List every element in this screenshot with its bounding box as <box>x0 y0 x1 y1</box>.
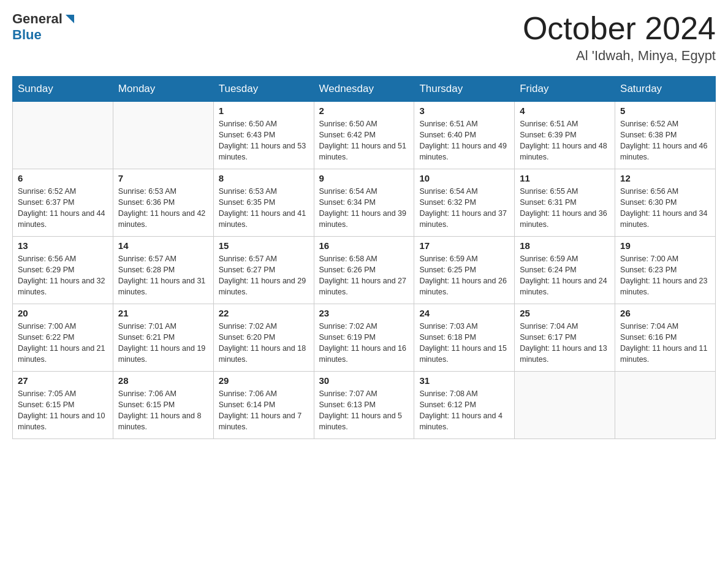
calendar-cell: 2Sunrise: 6:50 AM Sunset: 6:42 PM Daylig… <box>314 102 414 169</box>
calendar-cell <box>13 102 113 169</box>
day-number: 16 <box>319 240 409 251</box>
calendar-cell: 3Sunrise: 6:51 AM Sunset: 6:40 PM Daylig… <box>414 102 515 169</box>
calendar-cell: 16Sunrise: 6:58 AM Sunset: 6:26 PM Dayli… <box>314 237 414 304</box>
day-info: Sunrise: 7:00 AM Sunset: 6:22 PM Dayligh… <box>18 321 108 366</box>
day-number: 14 <box>118 240 208 251</box>
day-number: 3 <box>419 105 509 116</box>
day-info: Sunrise: 6:58 AM Sunset: 6:26 PM Dayligh… <box>319 253 409 298</box>
calendar-cell <box>615 372 716 439</box>
day-info: Sunrise: 6:52 AM Sunset: 6:37 PM Dayligh… <box>18 186 108 231</box>
month-title: October 2024 <box>523 12 716 44</box>
day-info: Sunrise: 6:55 AM Sunset: 6:31 PM Dayligh… <box>520 186 610 231</box>
day-number: 13 <box>18 240 108 251</box>
day-info: Sunrise: 6:56 AM Sunset: 6:30 PM Dayligh… <box>620 186 710 231</box>
day-info: Sunrise: 6:52 AM Sunset: 6:38 PM Dayligh… <box>620 118 710 163</box>
day-info: Sunrise: 6:59 AM Sunset: 6:24 PM Dayligh… <box>520 253 610 298</box>
calendar-cell <box>515 372 615 439</box>
calendar-cell: 7Sunrise: 6:53 AM Sunset: 6:36 PM Daylig… <box>113 169 213 237</box>
day-info: Sunrise: 6:50 AM Sunset: 6:42 PM Dayligh… <box>319 118 409 163</box>
day-number: 9 <box>319 173 409 183</box>
day-info: Sunrise: 6:59 AM Sunset: 6:25 PM Dayligh… <box>419 253 509 298</box>
day-number: 21 <box>118 308 208 318</box>
calendar-cell: 25Sunrise: 7:04 AM Sunset: 6:17 PM Dayli… <box>515 304 615 372</box>
day-info: Sunrise: 7:06 AM Sunset: 6:15 PM Dayligh… <box>118 388 208 433</box>
day-info: Sunrise: 6:50 AM Sunset: 6:43 PM Dayligh… <box>219 118 309 163</box>
day-number: 1 <box>219 105 309 116</box>
calendar-cell: 31Sunrise: 7:08 AM Sunset: 6:12 PM Dayli… <box>414 372 515 439</box>
day-number: 2 <box>319 105 409 116</box>
calendar-header-tuesday: Tuesday <box>213 77 314 102</box>
day-info: Sunrise: 7:05 AM Sunset: 6:15 PM Dayligh… <box>18 388 108 433</box>
logo-general: General <box>12 12 63 26</box>
day-info: Sunrise: 6:54 AM Sunset: 6:32 PM Dayligh… <box>419 186 509 231</box>
day-number: 6 <box>18 173 108 183</box>
day-info: Sunrise: 7:07 AM Sunset: 6:13 PM Dayligh… <box>319 388 409 433</box>
day-number: 15 <box>219 240 309 251</box>
calendar-header-saturday: Saturday <box>615 77 716 102</box>
calendar-cell: 10Sunrise: 6:54 AM Sunset: 6:32 PM Dayli… <box>414 169 515 237</box>
calendar-cell: 28Sunrise: 7:06 AM Sunset: 6:15 PM Dayli… <box>113 372 213 439</box>
day-number: 22 <box>219 308 309 318</box>
calendar-header-thursday: Thursday <box>414 77 515 102</box>
calendar-cell: 5Sunrise: 6:52 AM Sunset: 6:38 PM Daylig… <box>615 102 716 169</box>
title-block: October 2024 Al 'Idwah, Minya, Egypt <box>523 12 716 64</box>
calendar-week-5: 27Sunrise: 7:05 AM Sunset: 6:15 PM Dayli… <box>13 372 716 439</box>
day-number: 31 <box>419 375 509 386</box>
day-number: 17 <box>419 240 509 251</box>
calendar-cell: 1Sunrise: 6:50 AM Sunset: 6:43 PM Daylig… <box>213 102 314 169</box>
day-info: Sunrise: 6:57 AM Sunset: 6:28 PM Dayligh… <box>118 253 208 298</box>
calendar-cell: 24Sunrise: 7:03 AM Sunset: 6:18 PM Dayli… <box>414 304 515 372</box>
logo: General Blue <box>12 12 77 43</box>
calendar-header-sunday: Sunday <box>13 77 113 102</box>
day-number: 30 <box>319 375 409 386</box>
day-number: 28 <box>118 375 208 386</box>
day-number: 7 <box>118 173 208 183</box>
calendar-cell: 9Sunrise: 6:54 AM Sunset: 6:34 PM Daylig… <box>314 169 414 237</box>
logo-blue: Blue <box>12 27 42 43</box>
logo-triangle-icon <box>63 12 77 26</box>
calendar-cell: 18Sunrise: 6:59 AM Sunset: 6:24 PM Dayli… <box>515 237 615 304</box>
calendar-cell: 27Sunrise: 7:05 AM Sunset: 6:15 PM Dayli… <box>13 372 113 439</box>
calendar-cell: 14Sunrise: 6:57 AM Sunset: 6:28 PM Dayli… <box>113 237 213 304</box>
day-number: 18 <box>520 240 610 251</box>
calendar-cell: 19Sunrise: 7:00 AM Sunset: 6:23 PM Dayli… <box>615 237 716 304</box>
calendar-cell: 4Sunrise: 6:51 AM Sunset: 6:39 PM Daylig… <box>515 102 615 169</box>
calendar-cell: 23Sunrise: 7:02 AM Sunset: 6:19 PM Dayli… <box>314 304 414 372</box>
day-number: 26 <box>620 308 710 318</box>
calendar-cell: 26Sunrise: 7:04 AM Sunset: 6:16 PM Dayli… <box>615 304 716 372</box>
calendar-week-2: 6Sunrise: 6:52 AM Sunset: 6:37 PM Daylig… <box>13 169 716 237</box>
day-number: 19 <box>620 240 710 251</box>
day-info: Sunrise: 6:57 AM Sunset: 6:27 PM Dayligh… <box>219 253 309 298</box>
calendar-cell: 22Sunrise: 7:02 AM Sunset: 6:20 PM Dayli… <box>213 304 314 372</box>
calendar-week-3: 13Sunrise: 6:56 AM Sunset: 6:29 PM Dayli… <box>13 237 716 304</box>
day-info: Sunrise: 7:04 AM Sunset: 6:17 PM Dayligh… <box>520 321 610 366</box>
day-info: Sunrise: 6:51 AM Sunset: 6:40 PM Dayligh… <box>419 118 509 163</box>
calendar-cell: 8Sunrise: 6:53 AM Sunset: 6:35 PM Daylig… <box>213 169 314 237</box>
day-number: 10 <box>419 173 509 183</box>
day-info: Sunrise: 6:54 AM Sunset: 6:34 PM Dayligh… <box>319 186 409 231</box>
calendar-cell: 20Sunrise: 7:00 AM Sunset: 6:22 PM Dayli… <box>13 304 113 372</box>
day-number: 4 <box>520 105 610 116</box>
calendar-cell: 29Sunrise: 7:06 AM Sunset: 6:14 PM Dayli… <box>213 372 314 439</box>
day-number: 29 <box>219 375 309 386</box>
location-title: Al 'Idwah, Minya, Egypt <box>523 48 716 64</box>
day-info: Sunrise: 7:04 AM Sunset: 6:16 PM Dayligh… <box>620 321 710 366</box>
calendar-header-friday: Friday <box>515 77 615 102</box>
day-info: Sunrise: 6:53 AM Sunset: 6:35 PM Dayligh… <box>219 186 309 231</box>
page-header: General Blue October 2024 Al 'Idwah, Min… <box>12 12 716 64</box>
calendar-header-monday: Monday <box>113 77 213 102</box>
day-info: Sunrise: 7:00 AM Sunset: 6:23 PM Dayligh… <box>620 253 710 298</box>
day-number: 27 <box>18 375 108 386</box>
calendar-cell: 12Sunrise: 6:56 AM Sunset: 6:30 PM Dayli… <box>615 169 716 237</box>
calendar-week-1: 1Sunrise: 6:50 AM Sunset: 6:43 PM Daylig… <box>13 102 716 169</box>
day-info: Sunrise: 6:51 AM Sunset: 6:39 PM Dayligh… <box>520 118 610 163</box>
day-info: Sunrise: 6:53 AM Sunset: 6:36 PM Dayligh… <box>118 186 208 231</box>
day-info: Sunrise: 7:02 AM Sunset: 6:20 PM Dayligh… <box>219 321 309 366</box>
day-number: 25 <box>520 308 610 318</box>
calendar-cell: 17Sunrise: 6:59 AM Sunset: 6:25 PM Dayli… <box>414 237 515 304</box>
calendar-cell: 13Sunrise: 6:56 AM Sunset: 6:29 PM Dayli… <box>13 237 113 304</box>
day-number: 23 <box>319 308 409 318</box>
day-info: Sunrise: 7:08 AM Sunset: 6:12 PM Dayligh… <box>419 388 509 433</box>
day-info: Sunrise: 7:01 AM Sunset: 6:21 PM Dayligh… <box>118 321 208 366</box>
calendar-cell: 21Sunrise: 7:01 AM Sunset: 6:21 PM Dayli… <box>113 304 213 372</box>
